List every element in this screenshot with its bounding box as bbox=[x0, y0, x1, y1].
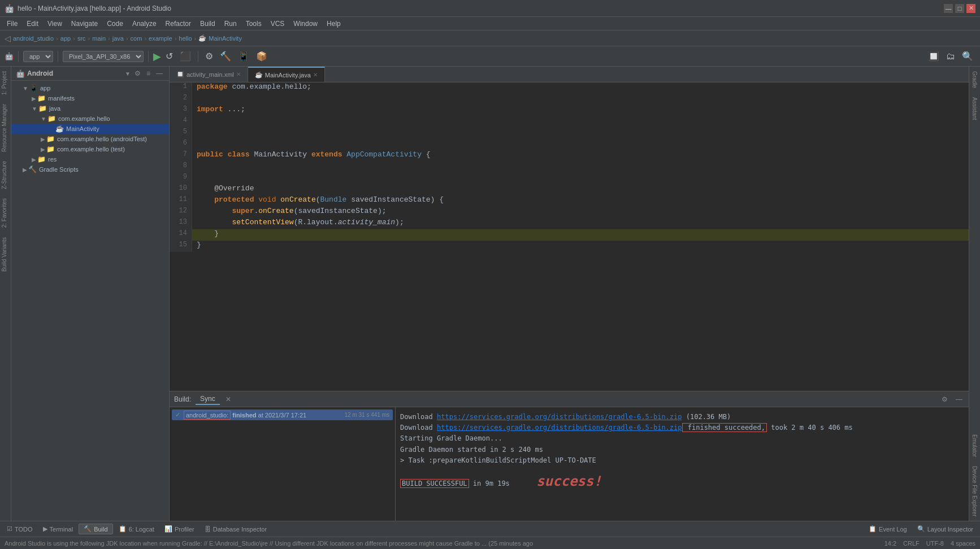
build-link-1[interactable]: https://services.gradle.org/distribution… bbox=[437, 413, 682, 421]
tree-item-app[interactable]: ▼ 📱 app bbox=[11, 83, 169, 93]
panel-label-structure[interactable]: Z-Structure bbox=[0, 156, 11, 194]
menu-help[interactable]: Help bbox=[322, 17, 345, 30]
layout-inspector-icon: 🔍 bbox=[917, 525, 925, 533]
build-collapse-button[interactable]: — bbox=[954, 395, 964, 404]
status-line-endings[interactable]: CRLF bbox=[903, 540, 920, 547]
xml-tab-close[interactable]: ✕ bbox=[236, 71, 241, 77]
build-tab-close[interactable]: ✕ bbox=[226, 395, 231, 403]
code-line-9: 9 bbox=[170, 173, 969, 184]
bottom-tab-database-inspector[interactable]: 🗄 Database Inspector bbox=[200, 525, 271, 534]
menu-window[interactable]: Window bbox=[289, 17, 322, 30]
bottom-tab-layout-inspector[interactable]: 🔍 Layout Inspector bbox=[913, 524, 978, 534]
tab-mainactivity-java[interactable]: ☕ MainActivity.java ✕ bbox=[248, 67, 325, 82]
menu-tools[interactable]: Tools bbox=[241, 17, 266, 30]
menu-vcs[interactable]: VCS bbox=[266, 17, 289, 30]
tree-item-res[interactable]: ▶ 📁 res bbox=[11, 154, 169, 164]
code-line-10: 10 @Override bbox=[170, 184, 969, 195]
menu-edit[interactable]: Edit bbox=[22, 17, 43, 30]
tree-item-package-test[interactable]: ▶ 📁 com.example.hello (test) bbox=[11, 144, 169, 154]
minimize-button[interactable]: — bbox=[944, 4, 953, 13]
panel-label-device-file-explorer[interactable]: Device File Explorer bbox=[970, 461, 979, 521]
panel-label-resource-manager[interactable]: Resource Manager bbox=[0, 99, 11, 156]
bottom-tab-terminal[interactable]: ▶ Terminal bbox=[38, 524, 78, 534]
menu-analyze[interactable]: Analyze bbox=[128, 17, 161, 30]
java-tab-close[interactable]: ✕ bbox=[313, 72, 318, 78]
build-panel-title: Build: bbox=[174, 395, 191, 403]
tree-item-package-main[interactable]: ▼ 📁 com.example.hello bbox=[11, 114, 169, 124]
app-selector[interactable]: app bbox=[23, 51, 53, 62]
tree-item-package-androidtest[interactable]: ▶ 📁 com.example.hello (androidTest) bbox=[11, 134, 169, 144]
menu-code[interactable]: Code bbox=[102, 17, 128, 30]
editor-tabs: 🔲 activity_main.xml ✕ ☕ MainActivity.jav… bbox=[170, 67, 969, 82]
menu-build[interactable]: Build bbox=[196, 17, 220, 30]
menu-file[interactable]: File bbox=[2, 17, 22, 30]
build-settings-button[interactable]: ⚙ bbox=[940, 395, 949, 404]
menu-run[interactable]: Run bbox=[220, 17, 241, 30]
panel-label-emulator[interactable]: Emulator bbox=[970, 430, 979, 461]
status-indent[interactable]: 4 spaces bbox=[951, 540, 975, 547]
build-success-exclamation: success! bbox=[536, 473, 602, 489]
panel-label-assistant[interactable]: Assistant bbox=[970, 93, 979, 125]
breadcrumb-com[interactable]: com bbox=[131, 35, 142, 42]
breadcrumb-example[interactable]: example bbox=[149, 35, 172, 42]
build-output-line5: > Task :prepareKotlinBuildScriptModel UP… bbox=[400, 455, 964, 466]
profiler-icon: 📊 bbox=[164, 525, 172, 533]
nav-back-icon[interactable]: ◁ bbox=[5, 34, 11, 43]
panel-label-gradle[interactable]: Gradle bbox=[970, 67, 979, 93]
device-selector[interactable]: Pixel_3a_API_30_x86 bbox=[63, 51, 144, 62]
breadcrumb-file-icon: ☕ bbox=[198, 34, 206, 42]
maximize-button[interactable]: □ bbox=[955, 4, 964, 13]
build-entry[interactable]: ✓ android_studio: finished at 2021/3/7 1… bbox=[172, 409, 393, 420]
tree-item-gradle-scripts[interactable]: ▶ 🔨 Gradle Scripts bbox=[11, 164, 169, 175]
rerun-button[interactable]: ↺ bbox=[163, 50, 175, 63]
menu-refactor[interactable]: Refactor bbox=[161, 17, 196, 30]
gradle-button[interactable]: 🔨 bbox=[218, 50, 233, 63]
breadcrumb-hello[interactable]: hello bbox=[179, 35, 192, 42]
panel-settings-button[interactable]: ⚙ bbox=[133, 69, 142, 78]
status-encoding[interactable]: UTF-8 bbox=[926, 540, 944, 547]
panel-label-project[interactable]: 1: Project bbox=[0, 67, 11, 99]
android-dropdown-icon[interactable]: ▼ bbox=[125, 71, 131, 77]
tab-activity-main-xml[interactable]: 🔲 activity_main.xml ✕ bbox=[170, 67, 248, 82]
tree-label-gradle-scripts: Gradle Scripts bbox=[39, 166, 79, 173]
breadcrumb-android-studio[interactable]: android_studio bbox=[13, 35, 54, 42]
tree-label-mainactivity: MainActivity bbox=[66, 125, 99, 132]
breadcrumb-src[interactable]: src bbox=[77, 35, 86, 42]
bottom-tab-build[interactable]: 🔨 Build bbox=[79, 524, 112, 534]
panel-expand-button[interactable]: ≡ bbox=[145, 69, 152, 78]
menu-view[interactable]: View bbox=[43, 17, 67, 30]
panel-collapse-button[interactable]: — bbox=[154, 69, 164, 78]
panel-label-build-variants[interactable]: Build Variants bbox=[0, 233, 11, 276]
event-log-icon: 📋 bbox=[869, 525, 877, 533]
build-link-2[interactable]: https://services.gradle.org/distribution… bbox=[437, 424, 682, 432]
sdk-button[interactable]: 📦 bbox=[254, 50, 270, 63]
bottom-tab-profiler[interactable]: 📊 Profiler bbox=[160, 524, 199, 534]
bottom-tab-logcat[interactable]: 📋 6: Logcat bbox=[114, 524, 159, 534]
stop-button[interactable]: ⬛ bbox=[177, 50, 193, 63]
breadcrumb-mainactivity[interactable]: MainActivity bbox=[209, 35, 242, 42]
status-position[interactable]: 14:2 bbox=[884, 540, 896, 547]
search-button[interactable]: 🔍 bbox=[960, 50, 975, 63]
run-button[interactable]: ▶ bbox=[153, 50, 161, 63]
bottom-tab-event-log[interactable]: 📋 Event Log bbox=[864, 524, 912, 534]
breadcrumb-app[interactable]: app bbox=[60, 35, 71, 42]
breadcrumb-java[interactable]: java bbox=[112, 35, 124, 42]
bottom-tab-todo[interactable]: ☑ TODO bbox=[2, 524, 37, 534]
layout-editor-button[interactable]: 🔲 bbox=[926, 50, 942, 63]
xml-tab-icon: 🔲 bbox=[176, 71, 184, 78]
tree-item-mainactivity[interactable]: ▶ ☕ MainActivity bbox=[11, 124, 169, 134]
breadcrumb-main[interactable]: main bbox=[92, 35, 106, 42]
build-tab-sync[interactable]: Sync bbox=[196, 394, 220, 405]
terminal-icon: ▶ bbox=[43, 525, 47, 533]
sync-button[interactable]: ⚙ bbox=[203, 50, 215, 63]
tree-label-manifests: manifests bbox=[48, 95, 75, 102]
layout-inspector-label: Layout Inspector bbox=[927, 526, 973, 533]
tree-item-manifests[interactable]: ▶ 📁 manifests bbox=[11, 93, 169, 103]
panel-label-favorites[interactable]: 2: Favorites bbox=[0, 194, 11, 232]
close-button[interactable]: ✕ bbox=[966, 4, 975, 13]
code-editor[interactable]: 1 package com.example.hello; 2 3 import … bbox=[170, 82, 969, 391]
tree-item-java[interactable]: ▼ 📁 java bbox=[11, 103, 169, 114]
menu-navigate[interactable]: Navigate bbox=[67, 17, 102, 30]
avd-button[interactable]: 📱 bbox=[236, 50, 251, 63]
resource-manager-button[interactable]: 🗂 bbox=[944, 50, 957, 63]
